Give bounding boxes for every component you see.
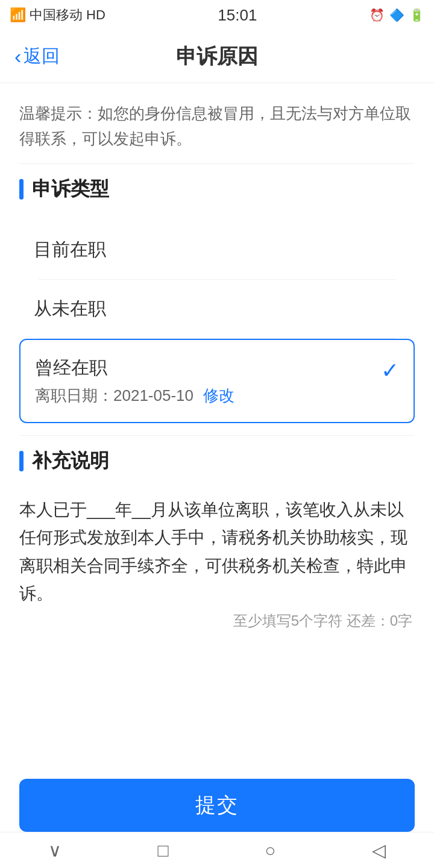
back-arrow-icon: ‹ xyxy=(14,45,21,68)
option-current[interactable]: 目前在职 xyxy=(19,221,415,279)
notice-text: 温馨提示：如您的身份信息被冒用，且无法与对方单位取得联系，可以发起申诉。 xyxy=(0,83,434,163)
complaint-type-title: 申诉类型 xyxy=(32,176,109,203)
status-bar: 📶 中国移动 HD 15:01 ⏰ 🔷 🔋 xyxy=(0,0,434,30)
nav-back-icon[interactable]: ◁ xyxy=(372,840,386,861)
supplement-textarea[interactable] xyxy=(19,486,415,607)
status-time: 15:01 xyxy=(218,6,257,25)
hint-prefix: 至少填写5个字符 还差： xyxy=(233,612,390,629)
bottom-nav: ∨ □ ○ ◁ xyxy=(0,832,434,868)
supplement-title: 补充说明 xyxy=(32,448,109,474)
status-right: ⏰ 🔷 🔋 xyxy=(370,8,424,22)
back-button[interactable]: ‹ 返回 xyxy=(14,44,60,69)
section-bar-icon xyxy=(19,179,24,200)
option-former-content: 曾经在职 离职日期：2021-05-10 修改 xyxy=(35,356,234,406)
battery-icon: 🔋 xyxy=(409,8,424,22)
option-never-content: 从未在职 xyxy=(34,297,106,321)
option-never[interactable]: 从未在职 xyxy=(19,280,415,338)
options-area: 目前在职 从未在职 曾经在职 离职日期：2021-05-10 修改 ✓ xyxy=(0,209,434,435)
complaint-type-header: 申诉类型 xyxy=(0,164,434,209)
section-bar-supplement-icon xyxy=(19,451,24,471)
resign-date-label: 离职日期：2021-05-10 xyxy=(35,385,193,406)
submit-area: 提交 xyxy=(0,779,434,832)
selected-check-icon: ✓ xyxy=(381,358,399,383)
back-label: 返回 xyxy=(24,44,60,69)
status-left: 📶 中国移动 HD xyxy=(10,6,105,24)
submit-button[interactable]: 提交 xyxy=(19,779,415,832)
hint-count: 0字 xyxy=(390,612,412,629)
bluetooth-icon: 🔷 xyxy=(389,8,404,22)
supplement-area: 至少填写5个字符 还差：0字 xyxy=(0,480,434,643)
nav-circle-icon[interactable]: ○ xyxy=(265,840,275,861)
option-former-sub: 离职日期：2021-05-10 修改 xyxy=(35,385,234,406)
page-title: 申诉原因 xyxy=(176,43,258,71)
supplement-header: 补充说明 xyxy=(0,436,434,480)
network-type: HD xyxy=(86,7,105,23)
signal-icon: 📶 xyxy=(10,7,26,23)
nav-bar: ‹ 返回 申诉原因 xyxy=(0,30,434,83)
nav-square-icon[interactable]: □ xyxy=(158,840,169,861)
option-current-label: 目前在职 xyxy=(34,237,106,262)
edit-date-button[interactable]: 修改 xyxy=(203,385,234,406)
nav-chevron-down-icon[interactable]: ∨ xyxy=(48,840,61,861)
supplement-hint: 至少填写5个字符 还差：0字 xyxy=(19,611,415,631)
carrier-label: 中国移动 xyxy=(30,6,83,24)
alarm-icon: ⏰ xyxy=(370,8,385,22)
option-never-label: 从未在职 xyxy=(34,297,106,321)
option-former-label: 曾经在职 xyxy=(35,356,234,380)
option-former[interactable]: 曾经在职 离职日期：2021-05-10 修改 ✓ xyxy=(19,339,415,423)
main-content: 温馨提示：如您的身份信息被冒用，且无法与对方单位取得联系，可以发起申诉。 申诉类… xyxy=(0,83,434,868)
option-current-content: 目前在职 xyxy=(34,237,106,262)
